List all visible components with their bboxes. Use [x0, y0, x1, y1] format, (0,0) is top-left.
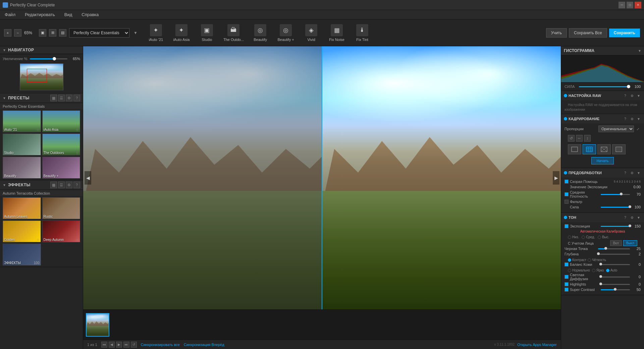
raw-help-icon[interactable]: ?	[623, 93, 628, 98]
menu-view[interactable]: Вид	[62, 11, 74, 18]
skin-balance-checkbox[interactable]	[565, 262, 569, 266]
left-arrow-button[interactable]: ◀	[85, 171, 91, 185]
preset-thumb-iauto21-star[interactable]: ☆	[37, 128, 40, 132]
preset-selector[interactable]: Perfectly Clear Essentials	[69, 28, 129, 38]
crop-thirds-button[interactable]	[583, 144, 596, 154]
effects-header[interactable]: ▼ ЭФФЕКТЫ ▦ ☰ ⚙ ?	[0, 180, 83, 190]
crop-diagonal-button[interactable]	[597, 144, 611, 154]
histogram-dropdown-icon[interactable]: ▼	[638, 49, 641, 53]
filmstrip-item-1[interactable]	[86, 313, 109, 337]
face-on-button[interactable]: Вкл	[610, 240, 622, 246]
preset-item-outdoors[interactable]: The Outdoors ☆	[42, 134, 80, 155]
tone-settings-icon[interactable]: ⚙	[629, 215, 635, 220]
rich-radio[interactable]: Яркo	[592, 268, 604, 272]
face-off-button[interactable]: Выкл	[623, 240, 637, 246]
effect-item-more[interactable]: ЭФФЕКТЫ 100	[3, 244, 41, 265]
effect-item-deep-autumn[interactable]: Deep Autumn ☆	[42, 220, 80, 242]
preset-fix-tint[interactable]: 🌡 Fix Tint	[351, 23, 374, 43]
preprocess-settings-icon[interactable]: ⚙	[629, 170, 635, 176]
midtone-slider[interactable]	[601, 194, 630, 195]
preprocess-help-icon[interactable]: ?	[623, 170, 628, 176]
raw-dropdown-icon[interactable]: ▼	[636, 93, 641, 98]
effect-thumb-golden-star[interactable]: ☆	[37, 238, 40, 242]
tone-header[interactable]: ТОН ? ⚙ ▼	[561, 213, 644, 222]
sync-forward-button[interactable]: Синхронизация Вперёд	[184, 343, 224, 347]
tone-dropdown-icon[interactable]: ▼	[636, 215, 641, 220]
effects-help[interactable]: ?	[73, 182, 80, 188]
effect-thumb-rustic-star[interactable]: ☆	[76, 215, 79, 218]
auto-radio[interactable]: Auto	[606, 268, 618, 272]
menu-edit[interactable]: Редактировать	[23, 11, 57, 18]
tone-exposure-slider[interactable]	[601, 226, 630, 227]
rotate-ccw-icon[interactable]: ↺	[568, 135, 575, 142]
raw-header[interactable]: НАСТРОЙКА RAW ? ⚙ ▼	[561, 91, 644, 100]
tone-exposure-checkbox[interactable]	[565, 224, 569, 228]
presets-list-view[interactable]: ☰	[58, 95, 65, 101]
tone-low-radio[interactable]: Низ.	[568, 235, 579, 239]
crop-settings-icon[interactable]: ⚙	[629, 116, 635, 121]
highlights-slider[interactable]	[601, 284, 630, 285]
preprocess-dropdown-icon[interactable]: ▼	[636, 170, 641, 176]
tone-help-icon[interactable]: ?	[623, 215, 628, 220]
filter-strength-slider[interactable]	[601, 207, 630, 208]
view-mode-1[interactable]: ▣	[39, 29, 46, 37]
preprocess-header[interactable]: ПРЕДОБРАБОТКИ ? ⚙ ▼	[561, 168, 644, 178]
view-mode-2[interactable]: ⊞	[49, 29, 56, 37]
save-button[interactable]: Сохранить	[609, 29, 640, 37]
super-contrast-slider[interactable]	[601, 289, 630, 290]
preset-iauto21[interactable]: ✦ iAuto '21	[144, 23, 168, 43]
crop-no-grid-button[interactable]	[568, 144, 581, 154]
preset-thumb-outdoors-star[interactable]: ☆	[76, 151, 79, 155]
menu-file[interactable]: Файл	[3, 11, 17, 18]
preset-item-beautify[interactable]: Beautify ☆	[3, 157, 41, 179]
quick-help-checkbox[interactable]	[565, 180, 569, 184]
midtone-checkbox[interactable]	[565, 192, 569, 196]
preset-vivid[interactable]: ◈ Vivid	[300, 23, 323, 43]
crop-dropdown-icon[interactable]: ▼	[636, 116, 641, 121]
preset-item-studio[interactable]: Studio ☆	[3, 134, 41, 155]
crop-none-button[interactable]	[612, 144, 626, 154]
preset-item-iauto21[interactable]: iAuto '21 ☆	[3, 110, 41, 132]
tone-high-radio[interactable]: Выс.	[598, 235, 609, 239]
skin-balance-slider[interactable]	[601, 264, 630, 265]
light-diff-slider[interactable]	[601, 277, 630, 278]
learn-button[interactable]: Учить	[546, 28, 567, 38]
preset-thumb-beautify-star[interactable]: ☆	[37, 174, 40, 178]
strength-slider[interactable]	[579, 86, 629, 87]
highlights-checkbox[interactable]	[565, 282, 569, 286]
right-arrow-button[interactable]: ▶	[553, 171, 559, 185]
preset-thumb-studio-star[interactable]: ☆	[37, 151, 40, 155]
next-page-button[interactable]: ▶	[116, 342, 122, 348]
crop-header[interactable]: КАДРИРОВАНИЕ ? ⚙ ▼	[561, 114, 644, 123]
super-contrast-checkbox[interactable]	[565, 288, 569, 292]
effect-item-golden[interactable]: Golden ☆	[3, 220, 41, 242]
effect-item-autumn[interactable]: Autumn Leaves ☆	[3, 197, 41, 219]
zoom-slider[interactable]	[30, 58, 67, 59]
presets-help[interactable]: ?	[73, 95, 80, 101]
sync-all-button[interactable]: Синхронизировать все	[141, 343, 180, 347]
preset-thumb-iauto-asia-star[interactable]: ☆	[76, 128, 79, 132]
preset-iauto-asia[interactable]: ✦ iAuto Asia	[170, 23, 193, 43]
open-apps-button[interactable]: Открыть Apps Manager	[517, 343, 557, 347]
maximize-button[interactable]: □	[627, 2, 633, 8]
first-page-button[interactable]: ⏮	[101, 342, 107, 348]
preset-studio[interactable]: ▣ Studio	[195, 23, 219, 43]
minimize-button[interactable]: ─	[619, 2, 625, 8]
effects-grid-view[interactable]: ▦	[50, 182, 57, 188]
view-mode-3[interactable]: ▤	[59, 29, 66, 37]
zoom-in-button[interactable]: +	[4, 29, 11, 37]
crop-begin-button[interactable]: Начать	[591, 157, 613, 164]
filter-checkbox[interactable]	[565, 200, 569, 204]
preset-item-beautify-plus[interactable]: Beautify + ☆	[42, 157, 80, 179]
preset-item-iauto-asia[interactable]: iAuto Asia ☆	[42, 110, 80, 132]
presets-settings[interactable]: ⚙	[66, 95, 72, 101]
effects-list-view[interactable]: ☰	[58, 182, 65, 188]
tone-mid-radio[interactable]: Сред.	[582, 235, 595, 239]
crop-expand-icon[interactable]: ⤢	[635, 126, 641, 132]
crop-help-icon[interactable]: ?	[623, 116, 628, 121]
presets-grid-view[interactable]: ▦	[50, 95, 57, 101]
preset-beautify[interactable]: ◎ Beautify	[249, 23, 272, 43]
light-diff-checkbox[interactable]	[565, 275, 569, 279]
preset-fix-noise[interactable]: ▦ Fix Noise	[325, 23, 348, 43]
rotate-left-button[interactable]: ↺	[131, 342, 137, 348]
